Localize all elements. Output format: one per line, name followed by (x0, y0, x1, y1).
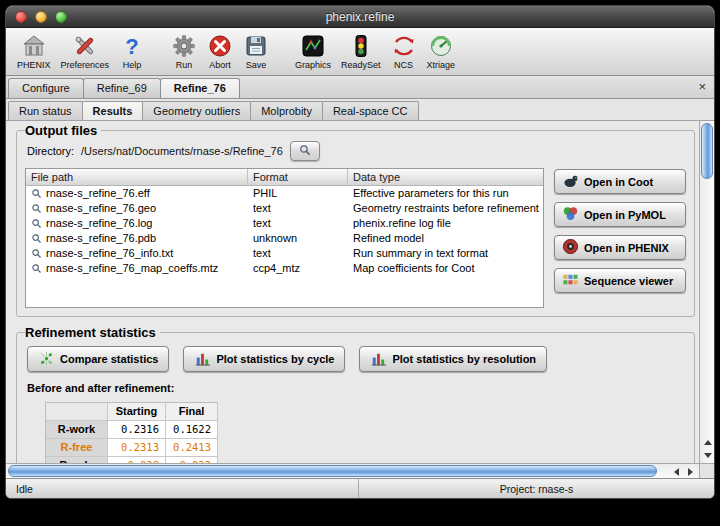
file-row[interactable]: rnase-s_refine_76.geo text Geometry rest… (26, 201, 543, 216)
arrow-left-icon (674, 468, 679, 476)
stats-corner-cell (46, 403, 108, 421)
browse-directory-button[interactable] (290, 141, 320, 161)
magnifier-icon (31, 233, 42, 244)
tab-run-status[interactable]: Run status (8, 101, 83, 120)
file-row[interactable]: rnase-s_refine_76_info.txt text Run summ… (26, 246, 543, 261)
magnifier-icon (31, 188, 42, 199)
phenix-home-icon (21, 33, 47, 59)
toolbar: PHENIX Preferences ? Help Run Abort Save… (6, 28, 714, 76)
search-icon (299, 144, 311, 158)
tab-molprobity[interactable]: Molprobity (250, 101, 323, 120)
toolbar-button-preferences[interactable]: Preferences (56, 31, 115, 72)
arrow-right-icon (688, 468, 693, 476)
toolbar-button-graphics[interactable]: Graphics (290, 31, 336, 72)
file-name: rnase-s_refine_76.pdb (46, 232, 156, 244)
file-row[interactable]: rnase-s_refine_76_map_coeffs.mtz ccp4_mt… (26, 261, 543, 276)
tab-real-space-cc[interactable]: Real-space CC (322, 101, 419, 120)
window-title: phenix.refine (326, 10, 395, 24)
stats-value: 0.1622 (166, 421, 218, 439)
plot-by-resolution-button[interactable]: Plot statistics by resolution (359, 346, 547, 372)
tab-results[interactable]: Results (82, 101, 144, 120)
file-format: PHIL (248, 186, 348, 201)
toolbar-button-phenix[interactable]: PHENIX (12, 31, 56, 72)
refinement-stats-table: Starting Final R-work 0.2316 0.1622 R-fr… (45, 402, 218, 463)
before-after-label: Before and after refinement: (27, 382, 686, 394)
toolbar-button-save[interactable]: Save (238, 31, 274, 72)
file-name: rnase-s_refine_76_map_coeffs.mtz (46, 262, 218, 274)
scroll-up-button[interactable] (700, 436, 714, 449)
toolbar-button-run[interactable]: Run (166, 31, 202, 72)
refinement-statistics-section: Refinement statistics Compare statistics… (16, 325, 695, 463)
file-format: ccp4_mtz (248, 261, 348, 276)
horizontal-scrollbar[interactable] (6, 463, 699, 478)
scroll-down-button[interactable] (700, 449, 714, 462)
sequence-icon (562, 271, 579, 290)
toolbar-button-readyset[interactable]: ReadySet (336, 31, 386, 72)
pymol-icon (562, 205, 579, 224)
xtriage-icon (428, 33, 454, 59)
toolbar-button-help[interactable]: ? Help (114, 31, 150, 72)
status-bar: Idle Project: rnase-s (6, 478, 714, 498)
results-panel: Output files Directory: /Users/nat/Docum… (6, 121, 714, 478)
results-tab-bar: Run status Results Geometry outliers Mol… (6, 99, 714, 121)
toolbar-label: Help (123, 60, 142, 70)
tab-refine-69[interactable]: Refine_69 (83, 78, 161, 98)
project-label: Project: rnase-s (358, 479, 714, 498)
compare-statistics-button[interactable]: Compare statistics (27, 346, 169, 372)
close-window-button[interactable] (15, 11, 27, 23)
vertical-scrollbar[interactable] (699, 121, 714, 463)
zoom-window-button[interactable] (55, 11, 67, 23)
column-format[interactable]: Format (248, 169, 348, 185)
file-datatype: Geometry restraints before refinement (348, 201, 543, 216)
file-datatype: Map coefficients for Coot (348, 261, 543, 276)
file-name: rnase-s_refine_76.geo (46, 202, 156, 214)
minimize-window-button[interactable] (35, 11, 47, 23)
button-label: Sequence viewer (584, 275, 673, 287)
sequence-viewer-button[interactable]: Sequence viewer (554, 268, 686, 293)
scroll-left-button[interactable] (669, 464, 683, 478)
horizontal-scroll-thumb[interactable] (8, 465, 657, 477)
stats-column-starting: Starting (108, 403, 166, 421)
window-controls (15, 11, 67, 23)
close-tab-icon[interactable]: × (698, 80, 706, 93)
open-in-pymol-button[interactable]: Open in PyMOL (554, 202, 686, 227)
button-label: Plot statistics by resolution (392, 353, 536, 365)
toolbar-button-xtriage[interactable]: Xtriage (422, 31, 461, 72)
button-label: Open in PyMOL (584, 209, 666, 221)
vertical-scroll-thumb[interactable] (701, 123, 713, 179)
toolbar-button-abort[interactable]: Abort (202, 31, 238, 72)
toolbar-button-ncs[interactable]: NCS (386, 31, 422, 72)
output-files-table[interactable]: File path Format Data type rnase-s_refin… (25, 168, 544, 308)
phenix-logo-icon (562, 238, 579, 257)
open-in-coot-button[interactable]: Open in Coot (554, 169, 686, 194)
column-data-type[interactable]: Data type (348, 169, 543, 185)
toolbar-label: NCS (394, 60, 413, 70)
file-row[interactable]: rnase-s_refine_76.log text phenix.refine… (26, 216, 543, 231)
file-row[interactable]: rnase-s_refine_76.pdb unknown Refined mo… (26, 231, 543, 246)
file-row[interactable]: rnase-s_refine_76.eff PHIL Effective par… (26, 186, 543, 201)
coot-bird-icon (562, 172, 579, 191)
scroll-right-button[interactable] (683, 464, 697, 478)
open-in-phenix-button[interactable]: Open in PHENIX (554, 235, 686, 260)
file-format: unknown (248, 231, 348, 246)
ncs-icon (391, 33, 417, 59)
readyset-traffic-light-icon (348, 33, 374, 59)
column-file-path[interactable]: File path (26, 169, 248, 185)
title-bar[interactable]: phenix.refine (6, 6, 714, 28)
stats-value: 0.2313 (108, 439, 166, 457)
toolbar-label: Graphics (295, 60, 331, 70)
bar-chart-icon (194, 350, 211, 369)
tab-geometry-outliers[interactable]: Geometry outliers (142, 101, 251, 120)
tab-configure[interactable]: Configure (8, 78, 84, 98)
app-window: phenix.refine PHENIX Preferences ? Help … (5, 5, 715, 499)
file-datatype: Effective parameters for this run (348, 186, 543, 201)
output-files-heading: Output files (25, 123, 101, 138)
button-label: Open in Coot (584, 176, 653, 188)
help-icon: ? (119, 33, 145, 59)
file-datatype: Run summary in text format (348, 246, 543, 261)
scrollbar-corner (699, 463, 714, 478)
table-header-row: File path Format Data type (26, 169, 543, 186)
plot-by-cycle-button[interactable]: Plot statistics by cycle (183, 346, 345, 372)
tab-refine-76[interactable]: Refine_76 (160, 78, 240, 98)
file-name: rnase-s_refine_76.eff (46, 187, 150, 199)
